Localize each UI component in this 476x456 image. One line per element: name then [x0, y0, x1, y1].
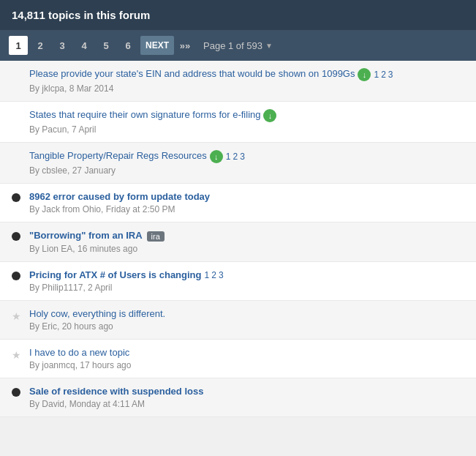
- topic-page-link[interactable]: 1: [205, 270, 210, 280]
- topic-content: Sale of residence with suspended lossBy …: [29, 386, 464, 409]
- pinned-icon: [263, 109, 276, 122]
- topic-title-link[interactable]: Please provide your state's EIN and addr…: [29, 68, 355, 79]
- unread-dot-icon: [12, 232, 20, 241]
- topic-title-link[interactable]: 8962 error caused by form update today: [29, 191, 210, 202]
- page-btn-2[interactable]: 2: [31, 36, 50, 55]
- star-icon[interactable]: ★: [12, 349, 21, 361]
- topic-meta: By Philip1117, 2 April: [29, 283, 464, 293]
- forum-header: 14,811 topics in this forum: [0, 0, 476, 30]
- last-page-button[interactable]: »»: [177, 36, 193, 55]
- topic-meta: By David, Monday at 4:11 AM: [29, 399, 464, 409]
- next-button[interactable]: NEXT: [140, 36, 174, 55]
- list-item: Tangible Property/Repair Regs Resources1…: [0, 143, 476, 184]
- topic-page-link[interactable]: 3: [219, 270, 224, 280]
- topic-content: States that require their own signature …: [29, 109, 464, 135]
- topic-page-link[interactable]: 1: [374, 70, 379, 80]
- chevron-down-icon: ▼: [265, 42, 273, 50]
- unread-dot-icon: [12, 193, 20, 202]
- page-btn-3[interactable]: 3: [53, 36, 72, 55]
- topic-title-link[interactable]: "Borrowing" from an IRA: [29, 230, 143, 241]
- pinned-icon: [358, 68, 371, 81]
- page-btn-5[interactable]: 5: [97, 36, 116, 55]
- topic-title-link[interactable]: Holy cow, everything is different.: [29, 308, 165, 319]
- topic-meta: By joanmcq, 17 hours ago: [29, 360, 464, 370]
- forum-title: 14,811 topics in this forum: [12, 9, 150, 21]
- topic-page-link[interactable]: 3: [240, 152, 245, 162]
- topic-title-link[interactable]: Sale of residence with suspended loss: [29, 386, 203, 397]
- topic-meta: By Pacun, 7 April: [29, 124, 464, 135]
- page-btn-4[interactable]: 4: [75, 36, 94, 55]
- topic-page-link[interactable]: 2: [381, 70, 386, 80]
- topic-meta: By Eric, 20 hours ago: [29, 321, 464, 332]
- topic-content: Holy cow, everything is different.By Eri…: [29, 308, 464, 332]
- topic-content: I have to do a new topicBy joanmcq, 17 h…: [29, 347, 464, 370]
- topic-meta: By cbslee, 27 January: [29, 165, 464, 176]
- topic-meta: By jklcpa, 8 Mar 2014: [29, 83, 464, 94]
- unread-dot-icon: [12, 388, 20, 397]
- page-btn-1[interactable]: 1: [9, 36, 28, 55]
- topic-content: Pricing for ATX # of Users is changing12…: [29, 269, 464, 294]
- page-btn-6[interactable]: 6: [118, 36, 137, 55]
- list-item: States that require their own signature …: [0, 102, 476, 143]
- star-icon[interactable]: ★: [12, 310, 21, 322]
- topic-meta: By Jack from Ohio, Friday at 2:50 PM: [29, 204, 464, 214]
- topic-content: 8962 error caused by form update todayBy…: [29, 191, 464, 214]
- unread-dot-icon: [12, 272, 20, 280]
- list-item: Sale of residence with suspended lossBy …: [0, 378, 476, 417]
- list-item: 8962 error caused by form update todayBy…: [0, 184, 476, 223]
- topic-page-link[interactable]: 2: [233, 152, 238, 162]
- topic-title-link[interactable]: I have to do a new topic: [29, 347, 129, 358]
- list-item: Pricing for ATX # of Users is changing12…: [0, 262, 476, 302]
- topic-title-link[interactable]: Pricing for ATX # of Users is changing: [29, 269, 202, 280]
- topic-page-link[interactable]: 2: [211, 270, 216, 280]
- topic-meta: By Lion EA, 16 minutes ago: [29, 244, 464, 254]
- topic-content: Please provide your state's EIN and addr…: [29, 68, 464, 94]
- topic-tag: ira: [147, 231, 165, 242]
- list-item: "Borrowing" from an IRAiraBy Lion EA, 16…: [0, 223, 476, 262]
- topic-page-link[interactable]: 3: [388, 70, 393, 80]
- topic-title-link[interactable]: States that require their own signature …: [29, 109, 260, 120]
- topic-list: Please provide your state's EIN and addr…: [0, 61, 476, 417]
- topic-content: "Borrowing" from an IRAiraBy Lion EA, 16…: [29, 230, 464, 254]
- topic-title-link[interactable]: Tangible Property/Repair Regs Resources: [29, 150, 207, 161]
- page-info-text: Page 1 of 593 ▼: [203, 40, 273, 51]
- pinned-icon: [210, 150, 223, 163]
- topic-page-link[interactable]: 1: [226, 152, 231, 162]
- list-item: ★I have to do a new topicBy joanmcq, 17 …: [0, 340, 476, 378]
- list-item: Please provide your state's EIN and addr…: [0, 61, 476, 102]
- topic-content: Tangible Property/Repair Regs Resources1…: [29, 150, 464, 176]
- list-item: ★Holy cow, everything is different.By Er…: [0, 301, 476, 340]
- pagination-bar: 123456NEXT»» Page 1 of 593 ▼: [0, 30, 476, 61]
